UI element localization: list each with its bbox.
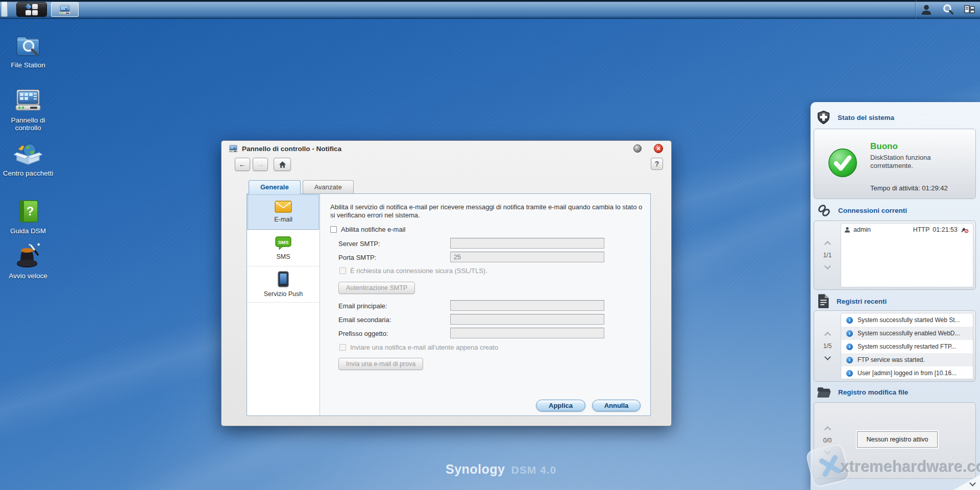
control-panel-notification-window: Pannello di controllo - Notifica ✕ ← → ?…	[221, 140, 672, 426]
log-row: i System successfully restarted FTP...	[841, 340, 973, 353]
minimize-button[interactable]	[633, 144, 642, 153]
desktop-icon-dsm-help[interactable]: ? Guida DSM	[0, 197, 56, 235]
uptime-text: Tempo di attività: 01:29:42	[870, 184, 948, 192]
sidebar-item-email[interactable]: E-mail	[247, 194, 320, 230]
info-icon: i	[846, 370, 853, 377]
cancel-button[interactable]: Annulla	[592, 400, 641, 411]
desktop-icon-label: Centro pacchetti	[0, 169, 56, 177]
ssl-label: È richiesta una connessione sicura (SSL/…	[350, 267, 487, 275]
log-row: i User [admin] logged in from [10.16...	[841, 366, 973, 379]
form-intro-text: Abilita il servizio di notifica e-mail p…	[330, 203, 643, 219]
document-icon	[817, 294, 829, 308]
sidebar-item-label: E-mail	[274, 216, 292, 223]
sidebar-item-label: Servizio Push	[264, 290, 303, 298]
panel-collapse-button[interactable]	[970, 478, 975, 487]
status-ok-icon	[827, 148, 858, 178]
desktop: File Station Pannello di controllo Centr…	[0, 0, 980, 490]
page-down-icon[interactable]	[824, 354, 831, 360]
ssl-checkbox-row: È richiesta una connessione sicura (SSL/…	[339, 267, 487, 275]
desktop-icon-package-center[interactable]: Centro pacchetti	[0, 139, 56, 177]
file-change-log-header: Registro modifica file	[817, 386, 908, 399]
email-notification-form: Abilita il servizio di notifica e-mail p…	[320, 194, 650, 415]
home-icon	[279, 161, 286, 168]
window-titlebar[interactable]: Pannello di controllo - Notifica	[222, 141, 671, 156]
no-active-log-message: Nessun registro attivo	[857, 431, 938, 448]
notify-new-user-checkbox-row: Inviare una notifica e-mail all'utente a…	[339, 344, 498, 351]
user-icon	[921, 4, 932, 15]
secondary-email-input	[450, 314, 604, 325]
apply-button[interactable]: Applica	[536, 400, 585, 411]
desktop-icon-label: Pannello di controllo	[0, 116, 56, 132]
sidebar-item-push-service[interactable]: Servizio Push	[247, 266, 320, 303]
user-icon	[844, 227, 850, 233]
status-description: DiskStation funziona correttamente.	[870, 154, 960, 170]
secondary-email-label: Email secondaria:	[338, 316, 391, 324]
widget-panel: Stato del sistema Buono DiskStation funz…	[811, 102, 980, 490]
close-button[interactable]: ✕	[654, 144, 663, 153]
pilot-view-button[interactable]	[959, 0, 980, 19]
tab-strip: Generale Avanzate	[249, 180, 356, 194]
taskbar-item-control-panel[interactable]	[51, 2, 79, 17]
sms-icon: SMS	[275, 236, 291, 250]
file-station-icon	[0, 31, 56, 58]
subject-prefix-input	[450, 328, 604, 338]
log-row: i FTP service was started.	[841, 353, 973, 366]
smtp-port-input	[450, 252, 604, 262]
disconnect-icon[interactable]	[961, 226, 969, 233]
file-log-pager: 0/0	[814, 403, 841, 478]
page-up-icon[interactable]	[824, 426, 831, 433]
recent-logs-card: 1/5 i System successfully started Web St…	[814, 310, 976, 382]
connections-card: 1/1 admin HTTP 01:21:53	[814, 220, 976, 290]
ssl-checkbox	[339, 267, 346, 274]
page-indicator: 1/5	[823, 342, 832, 350]
desktop-icon-file-station[interactable]: File Station	[0, 31, 56, 69]
tab-avanzate[interactable]: Avanzate	[303, 180, 354, 193]
taskbar	[0, 0, 980, 19]
home-button[interactable]	[274, 158, 291, 171]
send-test-email-button: Invia una e-mail di prova	[338, 358, 423, 370]
enable-email-checkbox[interactable]	[330, 226, 337, 233]
email-icon	[275, 201, 292, 213]
notify-new-user-label: Inviare una notifica e-mail all'utente a…	[350, 344, 498, 351]
enable-email-label: Abilita notifiche e-mail	[341, 226, 405, 233]
search-icon	[942, 4, 954, 15]
sidebar-item-sms[interactable]: SMS SMS	[247, 230, 320, 266]
desktop-icon-control-panel[interactable]: Pannello di controllo	[0, 86, 56, 132]
tab-content: E-mail SMS SMS Servizio Push	[247, 193, 651, 416]
page-down-icon[interactable]	[824, 448, 831, 455]
search-button[interactable]	[937, 0, 959, 19]
system-health-card: Buono DiskStation funziona correttamente…	[814, 129, 976, 199]
page-indicator: 1/1	[823, 252, 832, 259]
smtp-server-input	[450, 238, 604, 249]
svg-text:SMS: SMS	[278, 239, 289, 245]
forward-button: →	[253, 158, 268, 171]
control-panel-icon	[0, 86, 56, 113]
user-menu-button[interactable]	[916, 0, 937, 19]
page-down-icon[interactable]	[824, 263, 831, 270]
system-health-header: Stato del sistema	[817, 110, 894, 125]
file-change-log-card: 0/0 Nessun registro attivo	[814, 402, 976, 479]
open-folder-icon	[817, 386, 831, 399]
section-title: Connessioni correnti	[838, 207, 907, 214]
connections-pager: 1/1	[814, 221, 841, 289]
sidebar-item-label: SMS	[276, 253, 290, 260]
smartphone-icon	[278, 271, 289, 287]
help-button[interactable]: ?	[651, 158, 663, 170]
show-desktop-button[interactable]	[1, 2, 8, 17]
smtp-server-label: Server SMTP:	[338, 240, 380, 248]
desktop-icon-quick-start[interactable]: ✦ ✦ Avvio veloce	[0, 241, 56, 280]
quick-start-icon: ✦ ✦	[0, 241, 56, 269]
dsm-version: DSM 4.0	[511, 464, 557, 476]
log-row: i System successfully started Web St...	[841, 313, 973, 327]
primary-email-input	[450, 300, 604, 311]
tab-generale[interactable]: Generale	[249, 180, 301, 194]
svg-text:?: ?	[27, 204, 34, 218]
svg-text:✦: ✦	[36, 241, 41, 248]
page-up-icon[interactable]	[824, 332, 831, 338]
main-menu-button[interactable]	[16, 2, 47, 17]
primary-email-label: Email principale:	[338, 302, 387, 310]
back-button[interactable]: ←	[235, 158, 250, 171]
info-icon: i	[846, 344, 853, 350]
logs-pager: 1/5	[814, 311, 841, 381]
page-up-icon[interactable]	[824, 241, 831, 248]
